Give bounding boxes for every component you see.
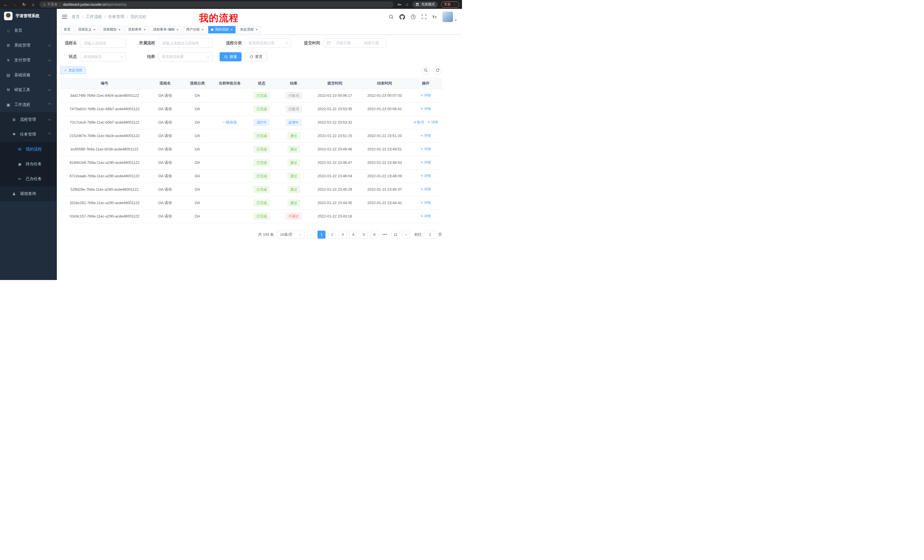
start-process-button[interactable]: ＋ 发起流程	[60, 66, 86, 74]
end-time-cell: 2022-01-22 23:49:51	[360, 142, 410, 156]
content: 流程名 所属流程 流程分类 请选择流程分类 提交时间 开始日期 - 结束日期	[57, 34, 462, 280]
sidebar-item[interactable]: ▤ 基础设施	[0, 67, 57, 82]
close-icon[interactable]: ×	[177, 28, 179, 31]
result-cell: 通过	[278, 156, 310, 169]
status-select[interactable]: 请选择状态	[80, 52, 126, 61]
page-number-button[interactable]: 3	[339, 231, 346, 239]
sidebar-item[interactable]: ▣ 工作流程	[0, 97, 57, 112]
fullscreen-icon[interactable]	[422, 14, 427, 19]
breadcrumb-item[interactable]: 首页	[72, 14, 80, 19]
security-warning[interactable]: ⚠ 不安全	[43, 2, 58, 7]
header-search-icon[interactable]	[388, 14, 394, 19]
font-size-icon[interactable]: TT	[432, 15, 436, 19]
view-tab[interactable]: 流程定义 ×	[75, 26, 99, 33]
browser-home-icon[interactable]: ⌂	[30, 2, 36, 7]
sidebar-item[interactable]: ⚑ 任务管理	[0, 127, 57, 142]
page-number-button[interactable]: 5	[360, 231, 368, 239]
column-header: 操作	[410, 78, 442, 89]
sidebar-item[interactable]: ✉ 我的流程	[0, 142, 57, 157]
cancel-action[interactable]: ⊘取消	[414, 120, 424, 125]
browser-back-icon[interactable]: ←	[3, 2, 9, 7]
view-tab[interactable]: 流程模型 ×	[100, 26, 124, 33]
view-tab[interactable]: 发起流程 ×	[237, 26, 261, 33]
sidebar-item[interactable]: ⚒ 研发工具	[0, 82, 57, 97]
detail-action[interactable]: ✎详情	[428, 120, 438, 125]
close-icon[interactable]: ×	[201, 28, 204, 31]
page-number-button[interactable]: 2	[328, 231, 336, 239]
detail-action[interactable]: ✎详情	[421, 133, 431, 138]
page-size-select[interactable]: 10条/页	[277, 231, 304, 239]
detail-action[interactable]: ✎详情	[421, 147, 431, 151]
logo[interactable]: 芋道管理系统	[0, 9, 57, 23]
close-icon[interactable]: ×	[118, 28, 121, 31]
process-id-cell: 52ffd28e-7b9a-11ec-a290-acde48001122	[60, 183, 149, 196]
hamburger-icon[interactable]	[62, 15, 67, 19]
goto-page-input[interactable]	[424, 231, 436, 239]
next-page-button[interactable]: ›	[402, 231, 410, 239]
prev-page-button[interactable]: ‹	[307, 231, 315, 239]
detail-action[interactable]: ✎详情	[421, 174, 431, 178]
sidebar-item[interactable]: ¥ 支付管理	[0, 53, 57, 67]
view-tab[interactable]: 用户分组 ×	[183, 26, 207, 33]
table-header-row: 编号 流程名 流程分类 当前审批任务 状态 结果 提交时间	[60, 78, 442, 89]
search-button[interactable]: 搜索	[220, 52, 242, 61]
page-number-button[interactable]: •••	[381, 231, 389, 239]
view-tab[interactable]: 流程表单 ×	[125, 26, 148, 33]
result-cell: 不通过	[278, 210, 310, 223]
close-icon[interactable]: ×	[255, 28, 258, 31]
page-number-button[interactable]: 1	[318, 231, 326, 239]
user-menu[interactable]	[442, 11, 457, 22]
sidebar-item[interactable]: ♟ 请假查询	[0, 186, 57, 201]
page-number-button[interactable]: 6	[370, 231, 378, 239]
breadcrumb-item[interactable]: 我的流程	[130, 14, 147, 19]
status-badge: 已完成	[254, 186, 270, 193]
help-icon[interactable]: ?	[411, 14, 416, 19]
password-key-icon[interactable]	[397, 2, 402, 7]
address-bar[interactable]: ⚠ 不安全 | dashboard.yudao.iocoder.cn/bpm/t…	[39, 1, 394, 8]
detail-action[interactable]: ✎详情	[421, 201, 431, 205]
reset-button[interactable]: 重置	[245, 52, 267, 61]
refresh-icon-button[interactable]	[434, 66, 442, 75]
parent-process-input[interactable]	[159, 39, 213, 48]
browser-menu-icon[interactable]: ⋮	[453, 3, 456, 7]
result-select[interactable]: 请选择流结果	[159, 52, 213, 61]
close-icon[interactable]: ×	[143, 28, 146, 31]
task-link[interactable]: 一级审批	[222, 120, 237, 124]
detail-action[interactable]: ✎详情	[421, 106, 431, 111]
breadcrumb-item[interactable]: 工作流程	[86, 14, 102, 19]
github-icon[interactable]	[399, 14, 405, 20]
browser-update-button[interactable]: 更新 ⋮	[441, 1, 459, 8]
detail-action[interactable]: ✎详情	[421, 187, 431, 192]
status-badge: 已完成	[254, 132, 270, 139]
detail-action[interactable]: ✎详情	[421, 160, 431, 165]
table-row: 331bc281-7b9a-11ec-a290-acde48001122 OA …	[60, 196, 442, 210]
table-row: 03c6c157-7b9a-11ec-a290-acde48001122 OA …	[60, 210, 442, 223]
home-icon: ⌂	[6, 28, 11, 33]
toggle-search-icon-button[interactable]	[422, 66, 430, 75]
process-name-input[interactable]	[80, 39, 126, 48]
browser-forward-icon[interactable]: →	[12, 2, 18, 7]
end-time-cell: 2022-01-22 23:45:37	[360, 183, 410, 196]
detail-action[interactable]: ✎详情	[421, 214, 431, 219]
close-icon[interactable]: ×	[93, 28, 96, 31]
page-number-button[interactable]: 4	[349, 231, 357, 239]
browser-reload-icon[interactable]: ↻	[21, 2, 27, 7]
submit-time-range[interactable]: 开始日期 - 结束日期	[324, 39, 386, 48]
status-cell: 已完成	[246, 129, 277, 142]
view-tab-label: 我的流程	[215, 27, 229, 32]
view-tab[interactable]: 流程表单-编辑 ×	[150, 26, 182, 33]
sidebar-item[interactable]: ⌂ 首页	[0, 23, 57, 38]
view-tab[interactable]: 首页	[61, 26, 74, 33]
sidebar-item[interactable]: ◉ 待办任务	[0, 157, 57, 172]
detail-action[interactable]: ✎详情	[421, 93, 431, 98]
close-icon[interactable]: ×	[230, 28, 233, 31]
page-number-button[interactable]: 11	[392, 231, 399, 239]
avatar[interactable]	[442, 11, 453, 22]
breadcrumb-item[interactable]: 任务管理	[108, 14, 124, 19]
bookmark-star-icon[interactable]: ☆	[405, 2, 409, 7]
sidebar-item[interactable]: ≣ 流程管理	[0, 112, 57, 127]
view-tab[interactable]: 我的流程 ×	[208, 26, 236, 33]
sidebar-item[interactable]: ⚙ 系统管理	[0, 38, 57, 53]
category-select[interactable]: 请选择流程分类	[245, 39, 291, 48]
sidebar-item[interactable]: ✂ 已办任务	[0, 172, 57, 186]
